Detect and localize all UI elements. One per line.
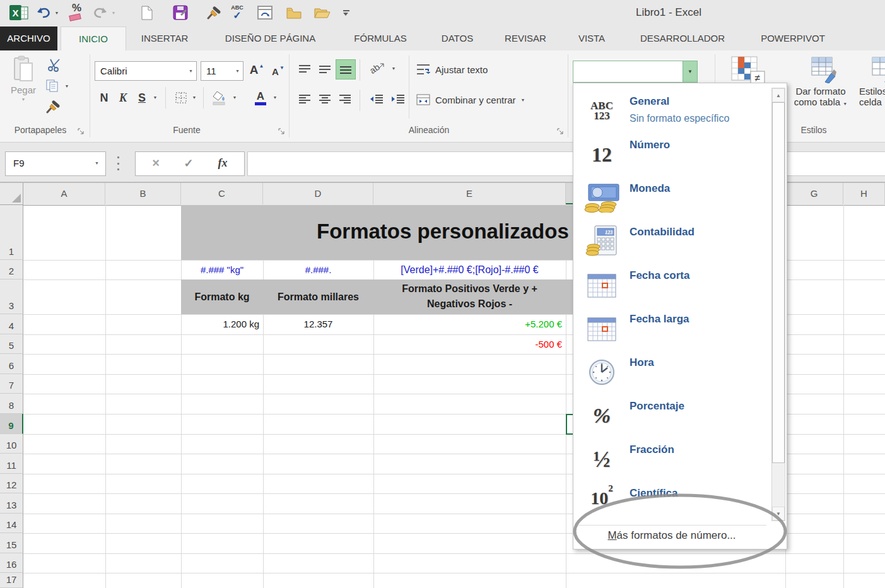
redo-dropdown-arrow-icon[interactable]: ▼ [110,3,117,23]
font-color-button[interactable]: A [252,88,269,107]
open-folder-button[interactable] [312,3,333,23]
align-left-button[interactable] [295,90,314,109]
open-recent-folder-button[interactable] [284,3,304,23]
row-header-1[interactable]: 1 [0,205,23,260]
column-header-H[interactable]: H [843,183,885,204]
fill-color-button[interactable] [211,88,228,107]
tab-inicio[interactable]: INICIO [61,26,126,51]
name-box-separator[interactable] [117,156,120,170]
align-right-button[interactable] [336,90,355,109]
cell-c2-format-kg-code[interactable]: #.### "kg" [181,260,263,279]
row-header-2[interactable]: 2 [0,260,23,279]
redo-button[interactable] [91,3,110,23]
decrease-indent-button[interactable] [367,90,386,109]
row-header-13[interactable]: 13 [0,493,23,514]
row-header-9[interactable]: 9 [0,414,23,434]
number-format-combo[interactable]: ▼ [573,61,698,83]
cell-d3-header-thousands[interactable]: Formato millares [263,279,373,314]
align-center-button[interactable] [315,90,334,109]
merge-center-button[interactable]: Combinar y centrar ▼ [416,92,561,107]
formula-input[interactable] [247,151,885,176]
format-option-general[interactable]: ABC123 General Sin formato específico [574,90,770,133]
italic-button[interactable]: K [115,88,131,107]
underline-dropdown-arrow-icon[interactable]: ▼ [151,93,159,101]
scroll-down-icon[interactable]: ▼ [772,507,785,520]
cut-button[interactable] [45,57,63,73]
orientation-button[interactable]: ab [367,59,387,78]
cell-e3-header-colors[interactable]: Formato Positivos Verde y + Negativos Ro… [373,281,566,313]
tab-revisar[interactable]: REVISAR [501,26,549,50]
decrease-font-button[interactable]: A▼ [269,62,288,81]
format-painter-button[interactable] [44,98,62,115]
row-header-3[interactable]: 3 [0,279,23,314]
tab-datos[interactable]: DATOS [435,26,479,50]
row-header-5[interactable]: 5 [0,334,23,354]
cell-d2-format-thousands-code[interactable]: #.###. [263,260,373,279]
cancel-entry-button[interactable] [143,152,168,174]
tab-diseno-de-pagina[interactable]: DISEÑO DE PÁGINA [215,26,325,50]
format-as-table-label[interactable]: Dar formato como tabla ▼ [784,86,857,107]
row-header-7[interactable]: 7 [0,374,23,394]
borders-dropdown-arrow-icon[interactable]: ▼ [190,93,198,101]
fill-color-dropdown-arrow-icon[interactable]: ▼ [231,93,238,101]
copy-button[interactable] [44,78,61,93]
align-middle-button[interactable] [315,59,334,78]
format-option-cientifica[interactable]: 102 Científica [574,481,770,525]
save-button[interactable] [170,3,190,23]
confirm-entry-button[interactable] [176,152,201,174]
row-header-11[interactable]: 11 [0,454,23,474]
column-header-G[interactable]: G [785,183,843,204]
alignment-dialog-launcher-icon[interactable] [556,127,564,135]
row-header-6[interactable]: 6 [0,354,23,374]
more-number-formats-item[interactable]: Más formatos de número... [573,529,770,542]
scrollbar-thumb[interactable] [772,102,785,463]
spelling-button[interactable]: ABC ✓ [226,3,249,23]
orientation-dropdown-arrow-icon[interactable]: ▼ [390,64,397,72]
format-option-fecha-corta[interactable]: Fecha corta [574,264,770,307]
number-format-dropdown-button[interactable]: ▼ [683,61,697,82]
tab-vista[interactable]: VISTA [571,26,612,50]
cell-c3-header-kg[interactable]: Formato kg [181,279,263,314]
cell-styles-label[interactable]: Estilos de celda [859,86,885,107]
row-header-15[interactable]: 15 [0,533,23,553]
increase-indent-button[interactable] [389,90,407,109]
undo-button[interactable] [34,3,53,23]
format-option-contabilidad[interactable]: 123 Contabilidad [574,220,770,264]
align-bottom-button[interactable] [336,59,356,79]
row-header-12[interactable]: 12 [0,474,23,493]
font-color-dropdown-arrow-icon[interactable]: ▼ [271,93,279,101]
row-header-8[interactable]: 8 [0,394,23,414]
font-size-combo[interactable]: 11 ▼ [201,61,243,81]
font-dialog-launcher-icon[interactable] [278,127,285,135]
select-all-button[interactable] [0,183,23,205]
column-header-B[interactable]: B [105,183,181,204]
borders-button[interactable] [173,90,189,106]
format-option-hora[interactable]: Hora [574,351,770,394]
format-option-numero[interactable]: 12 Número [574,133,770,177]
format-painter-icon[interactable] [204,3,223,23]
copy-dropdown-arrow-icon[interactable]: ▼ [63,82,71,90]
cell-e2-format-colors-code[interactable]: [Verde]+#.##0 €;[Rojo]-#.##0 € [373,260,566,279]
format-option-fecha-larga[interactable]: Fecha larga [574,307,770,351]
align-top-button[interactable] [295,59,314,78]
bold-button[interactable]: N [96,88,112,107]
clear-formats-button[interactable]: % [67,3,88,23]
font-family-combo[interactable]: Calibri ▼ [95,61,197,81]
cell-c4-value-kg[interactable]: 1.200 kg [181,314,259,334]
cell-e5-value-negative[interactable]: -500 € [373,334,562,354]
underline-button[interactable]: S [134,88,150,107]
tab-desarrollador[interactable]: DESARROLLADOR [634,26,731,50]
format-as-table-button[interactable] [810,56,838,85]
row-header-10[interactable]: 10 [0,434,23,454]
tab-insertar[interactable]: INSERTAR [133,26,196,50]
column-header-D[interactable]: D [263,183,373,204]
switch-windows-button[interactable] [255,3,275,23]
cell-styles-button[interactable] [872,56,885,85]
row-header-14[interactable]: 14 [0,514,23,533]
row-header-4[interactable]: 4 [0,314,23,334]
format-option-fraccion[interactable]: ½ Fracción [574,438,770,481]
tab-powerpivot[interactable]: POWERPIVOT [756,26,830,50]
dropdown-scrollbar[interactable]: ▲ ▼ [771,88,785,521]
row-header-17[interactable]: 17 [0,573,23,588]
column-header-A[interactable]: A [23,183,105,204]
